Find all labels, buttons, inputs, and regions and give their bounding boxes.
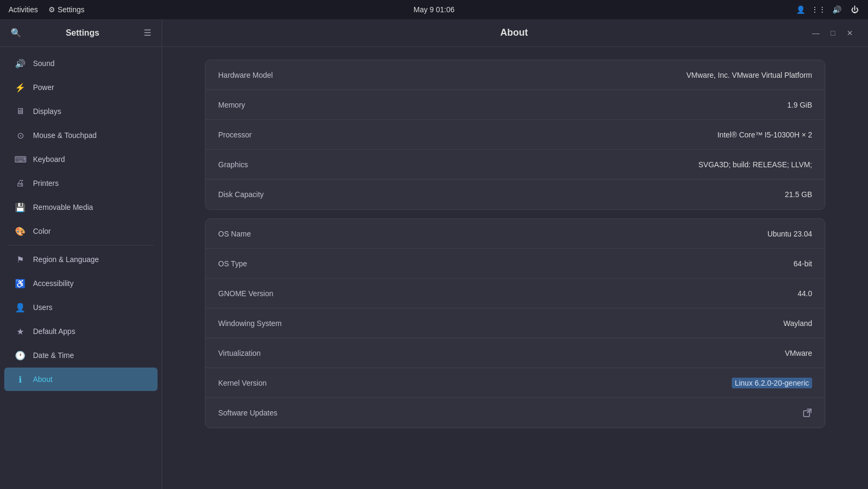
settings-menu-item[interactable]: ⚙ Settings bbox=[48, 5, 84, 14]
color-icon: 🎨 bbox=[15, 226, 26, 237]
sidebar-item-label: About bbox=[33, 375, 53, 384]
hardware-info-card: Hardware Model VMware, Inc. VMware Virtu… bbox=[205, 60, 825, 210]
power-icon[interactable]: ⏻ bbox=[850, 5, 859, 14]
os-type-label: OS Type bbox=[218, 259, 247, 268]
displays-icon: 🖥 bbox=[15, 106, 26, 117]
sidebar-item-label: Accessibility bbox=[33, 279, 73, 288]
hardware-model-label: Hardware Model bbox=[218, 71, 273, 79]
search-icon[interactable]: 🔍 bbox=[11, 28, 21, 38]
default-apps-icon: ★ bbox=[15, 326, 26, 337]
sidebar-menu-icon[interactable]: ☰ bbox=[144, 28, 151, 38]
sidebar-items: 🔊 Sound ⚡ Power 🖥 Displays ⊙ Mouse & Tou… bbox=[0, 47, 162, 489]
sidebar-title: Settings bbox=[65, 28, 99, 38]
gnome-version-label: GNOME Version bbox=[218, 289, 273, 298]
clock-icon: 🕐 bbox=[15, 350, 26, 361]
volume-icon[interactable]: 🔊 bbox=[832, 5, 841, 14]
sidebar-item-label: Displays bbox=[33, 107, 61, 116]
sidebar-item-about[interactable]: ℹ About bbox=[4, 368, 158, 391]
sidebar-item-label: Power bbox=[33, 83, 54, 92]
windowing-system-value: Wayland bbox=[783, 319, 812, 328]
table-row: Memory 1.9 GiB bbox=[205, 90, 825, 120]
sidebar-item-label: Region & Language bbox=[33, 255, 99, 264]
page-title: About bbox=[218, 27, 811, 38]
external-link-icon bbox=[803, 408, 812, 418]
sidebar-item-label: Removable Media bbox=[33, 203, 93, 211]
sidebar-item-sound[interactable]: 🔊 Sound bbox=[4, 52, 158, 75]
sidebar-item-color[interactable]: 🎨 Color bbox=[4, 219, 158, 243]
content-panel: About — □ ✕ Hardware Model VMware, Inc. … bbox=[162, 19, 868, 489]
table-row: Windowing System Wayland bbox=[205, 308, 825, 338]
software-updates-label: Software Updates bbox=[218, 409, 277, 417]
maximize-button[interactable]: □ bbox=[828, 28, 838, 38]
kernel-version-label: Kernel Version bbox=[218, 379, 267, 387]
sidebar-item-keyboard[interactable]: ⌨ Keyboard bbox=[4, 148, 158, 171]
power-sidebar-icon: ⚡ bbox=[15, 82, 26, 93]
sidebar-item-accessibility[interactable]: ♿ Accessibility bbox=[4, 272, 158, 295]
table-row: Virtualization VMware bbox=[205, 338, 825, 368]
table-row: GNOME Version 44.0 bbox=[205, 279, 825, 308]
os-name-value: Ubuntu 23.04 bbox=[767, 230, 812, 238]
graphics-value: SVGA3D; build: RELEASE; LLVM; bbox=[698, 160, 812, 169]
sidebar-item-label: Users bbox=[33, 303, 53, 312]
sidebar-item-mouse-touchpad[interactable]: ⊙ Mouse & Touchpad bbox=[4, 124, 158, 147]
table-row: Graphics SVGA3D; build: RELEASE; LLVM; bbox=[205, 150, 825, 180]
topbar-datetime: May 9 01:06 bbox=[414, 5, 454, 14]
sidebar-item-label: Keyboard bbox=[33, 155, 65, 164]
topbar: Activities ⚙ Settings May 9 01:06 👤 ⋮⋮ 🔊… bbox=[0, 0, 868, 19]
sidebar-item-displays[interactable]: 🖥 Displays bbox=[4, 100, 158, 123]
table-row: Hardware Model VMware, Inc. VMware Virtu… bbox=[205, 60, 825, 90]
users-icon: 👤 bbox=[15, 302, 26, 313]
main-layout: 🔍 Settings ☰ 🔊 Sound ⚡ Power 🖥 Displays … bbox=[0, 19, 868, 489]
accessibility-icon: ♿ bbox=[15, 278, 26, 289]
mouse-icon: ⊙ bbox=[15, 130, 26, 141]
hardware-model-value: VMware, Inc. VMware Virtual Platform bbox=[687, 71, 812, 79]
windowing-system-label: Windowing System bbox=[218, 319, 282, 328]
content-header: About — □ ✕ bbox=[162, 19, 868, 47]
sidebar-item-label: Sound bbox=[33, 59, 54, 68]
sidebar-item-region-language[interactable]: ⚑ Region & Language bbox=[4, 248, 158, 271]
close-button[interactable]: ✕ bbox=[845, 28, 855, 38]
sidebar-item-users[interactable]: 👤 Users bbox=[4, 296, 158, 319]
topbar-left: Activities ⚙ Settings bbox=[9, 5, 85, 14]
activities-button[interactable]: Activities bbox=[9, 5, 38, 14]
graphics-label: Graphics bbox=[218, 160, 248, 169]
sidebar-item-label: Mouse & Touchpad bbox=[33, 131, 97, 140]
region-icon: ⚑ bbox=[15, 254, 26, 265]
topbar-right: 👤 ⋮⋮ 🔊 ⏻ bbox=[796, 5, 859, 14]
content-body: Hardware Model VMware, Inc. VMware Virtu… bbox=[162, 47, 868, 489]
sound-icon: 🔊 bbox=[15, 58, 26, 69]
table-row: Kernel Version Linux 6.2.0-20-generic bbox=[205, 368, 825, 398]
printer-icon: 🖨 bbox=[15, 178, 26, 189]
sidebar-item-date-time[interactable]: 🕐 Date & Time bbox=[4, 344, 158, 367]
gear-icon: ⚙ bbox=[48, 5, 55, 14]
sidebar-item-default-apps[interactable]: ★ Default Apps bbox=[4, 320, 158, 343]
removable-media-icon: 💾 bbox=[15, 202, 26, 213]
table-row: Processor Intel® Core™ I5-10300H × 2 bbox=[205, 120, 825, 150]
network-icon[interactable]: ⋮⋮ bbox=[814, 5, 823, 14]
software-updates-link[interactable] bbox=[803, 408, 812, 418]
os-info-card: OS Name Ubuntu 23.04 OS Type 64-bit GNOM… bbox=[205, 218, 825, 428]
sidebar-divider bbox=[9, 245, 153, 246]
info-icon: ℹ bbox=[15, 374, 26, 385]
os-name-label: OS Name bbox=[218, 230, 251, 238]
kernel-version-value[interactable]: Linux 6.2.0-20-generic bbox=[732, 378, 812, 388]
processor-label: Processor bbox=[218, 131, 252, 139]
sidebar-item-printers[interactable]: 🖨 Printers bbox=[4, 172, 158, 195]
virtualization-value: VMware bbox=[785, 349, 812, 357]
memory-label: Memory bbox=[218, 101, 245, 109]
disk-capacity-label: Disk Capacity bbox=[218, 190, 264, 199]
table-row: OS Name Ubuntu 23.04 bbox=[205, 219, 825, 249]
sidebar-item-power[interactable]: ⚡ Power bbox=[4, 76, 158, 99]
table-row[interactable]: Software Updates bbox=[205, 398, 825, 428]
keyboard-icon: ⌨ bbox=[15, 154, 26, 165]
minimize-button[interactable]: — bbox=[811, 28, 821, 38]
sidebar-item-label: Color bbox=[33, 227, 51, 235]
sidebar-header: 🔍 Settings ☰ bbox=[0, 19, 162, 47]
sidebar-item-label: Date & Time bbox=[33, 351, 74, 360]
gnome-version-value: 44.0 bbox=[798, 289, 812, 298]
person-icon[interactable]: 👤 bbox=[796, 5, 805, 14]
virtualization-label: Virtualization bbox=[218, 349, 261, 357]
sidebar-item-removable-media[interactable]: 💾 Removable Media bbox=[4, 195, 158, 219]
sidebar: 🔍 Settings ☰ 🔊 Sound ⚡ Power 🖥 Displays … bbox=[0, 19, 162, 489]
sidebar-item-label: Default Apps bbox=[33, 327, 75, 336]
